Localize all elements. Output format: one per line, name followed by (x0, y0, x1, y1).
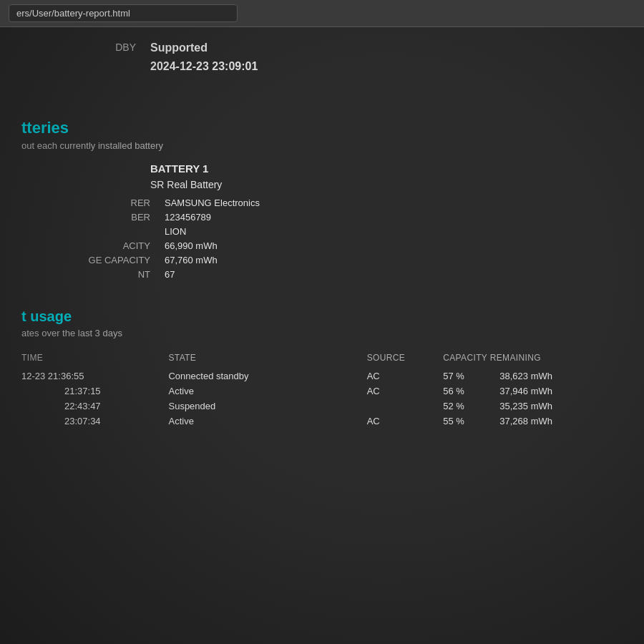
serial-label: BER (21, 212, 165, 223)
usage-table: TIME STATE SOURCE CAPACITY REMAINING 12-… (21, 350, 623, 429)
manufacturer-label: RER (21, 197, 165, 208)
chemistry-value: LION (165, 226, 186, 237)
dby-row: DBY Supported (21, 42, 623, 54)
battery-field-row: ACITY 66,990 mWh (21, 240, 623, 251)
usage-time: 21:37:15 (21, 384, 168, 399)
usage-percent: 57 % (443, 369, 499, 384)
col-source: SOURCE (367, 350, 444, 369)
supported-value: Supported (150, 42, 208, 54)
usage-percent: 52 % (443, 399, 499, 414)
col-state: STATE (168, 350, 366, 369)
usage-percent: 56 % (443, 384, 499, 399)
usage-time: 23:07:34 (21, 414, 168, 429)
usage-state: Active (168, 414, 366, 429)
serial-value: 123456789 (165, 212, 211, 223)
dby-label: DBY (21, 42, 150, 54)
manufacturer-value: SAMSUNG Electronics (165, 197, 260, 208)
battery-header: BATTERY 1 (150, 162, 222, 175)
usage-source (367, 399, 444, 414)
usage-source: AC (367, 384, 444, 399)
battery-field-row: NT 67 (21, 269, 623, 280)
design-capacity-value: 66,990 mWh (165, 240, 218, 251)
battery-field-row: RER SAMSUNG Electronics (21, 197, 623, 208)
batteries-title: tteries (21, 119, 623, 137)
cycle-count-label: NT (21, 269, 165, 280)
chemistry-label (21, 226, 165, 237)
usage-row: 21:37:15 Active AC 56 % 37,946 mWh (21, 384, 623, 399)
usage-source: AC (367, 414, 444, 429)
usage-subtitle: ates over the last 3 days (21, 328, 623, 338)
usage-mwh: 37,268 mWh (499, 414, 623, 429)
timestamp-row: 2024-12-23 23:09:01 (21, 57, 623, 73)
usage-percent: 55 % (443, 414, 499, 429)
battery-field-row: BER 123456789 (21, 212, 623, 223)
usage-section: t usage ates over the last 3 days TIME S… (21, 308, 623, 429)
usage-mwh: 38,623 mWh (499, 369, 623, 384)
usage-state: Suspended (168, 399, 366, 414)
full-charge-label: GE CAPACITY (21, 255, 165, 265)
usage-row: 12-23 21:36:55 Connected standby AC 57 %… (21, 369, 623, 384)
battery-field-row: LION (21, 226, 623, 237)
batteries-subtitle: out each currently installed battery (21, 140, 623, 151)
browser-bar: ers/User/battery-report.html (0, 0, 644, 27)
usage-time: 22:43:47 (21, 399, 168, 414)
battery-field-row: GE CAPACITY 67,760 mWh (21, 255, 623, 265)
timestamp-value: 2024-12-23 23:09:01 (150, 60, 258, 73)
design-capacity-label: ACITY (21, 240, 165, 251)
battery-fields: RER SAMSUNG Electronics BER 123456789 LI… (21, 197, 623, 280)
col-time: TIME (21, 350, 168, 369)
timestamp-label (21, 57, 150, 73)
usage-source: AC (367, 369, 444, 384)
usage-state: Active (168, 384, 366, 399)
usage-row: 23:07:34 Active AC 55 % 37,268 mWh (21, 414, 623, 429)
usage-mwh: 37,946 mWh (499, 384, 623, 399)
usage-row: 22:43:47 Suspended 52 % 35,235 mWh (21, 399, 623, 414)
report-content: DBY Supported 2024-12-23 23:09:01 tterie… (0, 27, 644, 644)
cycle-count-value: 67 (165, 269, 175, 280)
usage-title: t usage (21, 308, 623, 325)
usage-state: Connected standby (168, 369, 366, 384)
col-capacity: CAPACITY REMAINING (443, 350, 623, 369)
url-bar[interactable]: ers/User/battery-report.html (9, 4, 238, 22)
full-charge-value: 67,760 mWh (165, 255, 218, 265)
usage-time: 12-23 21:36:55 (21, 369, 168, 384)
usage-mwh: 35,235 mWh (499, 399, 623, 414)
battery-name: SR Real Battery (150, 179, 222, 190)
